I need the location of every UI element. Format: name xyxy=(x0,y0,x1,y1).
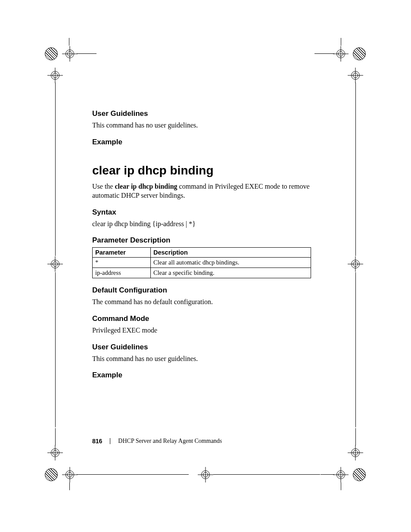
footer-section-title: DHCP Server and Relay Agent Commands xyxy=(118,438,222,445)
registration-tick-icon xyxy=(69,38,69,46)
registration-line-icon xyxy=(77,474,189,475)
registration-line-icon xyxy=(77,53,97,54)
parameter-table: Parameter Description * Clear all automa… xyxy=(92,247,311,278)
table-row: * Clear all automatic dhcp bindings. xyxy=(93,258,311,268)
command-title: clear ip dhcp binding xyxy=(92,164,311,177)
text-command-mode: Privileged EXEC mode xyxy=(92,326,311,335)
heading-user-guidelines: User Guidelines xyxy=(92,109,311,118)
registration-line-icon xyxy=(355,272,356,427)
page-content: User Guidelines This command has no user… xyxy=(92,109,311,380)
heading-syntax: Syntax xyxy=(92,208,311,217)
heading-example-2: Example xyxy=(92,371,311,380)
registration-line-icon xyxy=(213,474,320,475)
registration-line-icon xyxy=(314,53,334,54)
cell-description: Clear a specific binding. xyxy=(151,268,311,278)
registration-crosshair-icon xyxy=(349,68,362,82)
registration-crosshair-icon xyxy=(199,468,212,482)
registration-dot-icon xyxy=(353,47,366,60)
command-name-bold: clear ip dhcp binding xyxy=(115,183,177,190)
registration-crosshair-icon xyxy=(349,446,362,460)
registration-crosshair-icon xyxy=(48,68,62,82)
registration-crosshair-icon xyxy=(334,47,348,61)
text-user-guidelines: This command has no user guidelines. xyxy=(92,121,311,130)
registration-crosshair-icon xyxy=(349,257,362,271)
text-user-guidelines-2: This command has no user guidelines. xyxy=(92,354,311,364)
table-header-description: Description xyxy=(151,248,311,258)
registration-crosshair-icon xyxy=(63,468,77,482)
registration-line-icon xyxy=(355,83,356,101)
registration-crosshair-icon xyxy=(48,257,62,271)
registration-dot-icon xyxy=(353,468,366,481)
table-header-parameter: Parameter xyxy=(93,248,151,258)
heading-default-configuration: Default Configuration xyxy=(92,286,311,295)
page-number: 816 xyxy=(92,438,102,445)
registration-line-icon xyxy=(55,428,56,445)
heading-command-mode: Command Mode xyxy=(92,314,311,323)
text-default-configuration: The command has no default configuration… xyxy=(92,297,311,307)
registration-tick-icon xyxy=(341,482,341,490)
cell-description: Clear all automatic dhcp bindings. xyxy=(151,258,311,268)
table-row: ip-address Clear a specific binding. xyxy=(93,268,311,278)
footer-separator-icon xyxy=(110,438,110,444)
registration-tick-icon xyxy=(69,482,70,490)
cell-parameter: ip-address xyxy=(93,268,151,278)
heading-user-guidelines-2: User Guidelines xyxy=(92,343,311,352)
registration-line-icon xyxy=(355,101,356,256)
syntax-text: clear ip dhcp binding {ip-address | *} xyxy=(92,219,311,229)
page-footer: 816 DHCP Server and Relay Agent Commands xyxy=(92,438,311,445)
heading-parameter-description: Parameter Description xyxy=(92,236,311,245)
registration-tick-icon xyxy=(341,38,341,46)
registration-line-icon xyxy=(55,272,56,427)
registration-crosshair-icon xyxy=(334,468,348,482)
registration-crosshair-icon xyxy=(48,446,62,460)
registration-line-icon xyxy=(55,83,56,101)
table-header-row: Parameter Description xyxy=(93,248,311,258)
cell-parameter: * xyxy=(93,258,151,268)
heading-example: Example xyxy=(92,138,311,146)
registration-dot-icon xyxy=(45,47,58,60)
registration-line-icon xyxy=(355,428,356,445)
registration-dot-icon xyxy=(45,468,58,481)
command-description: Use the clear ip dhcp binding command in… xyxy=(92,182,311,200)
registration-crosshair-icon xyxy=(63,47,77,61)
text: Use the xyxy=(92,183,115,190)
registration-line-icon xyxy=(321,474,334,475)
registration-line-icon xyxy=(55,101,56,256)
